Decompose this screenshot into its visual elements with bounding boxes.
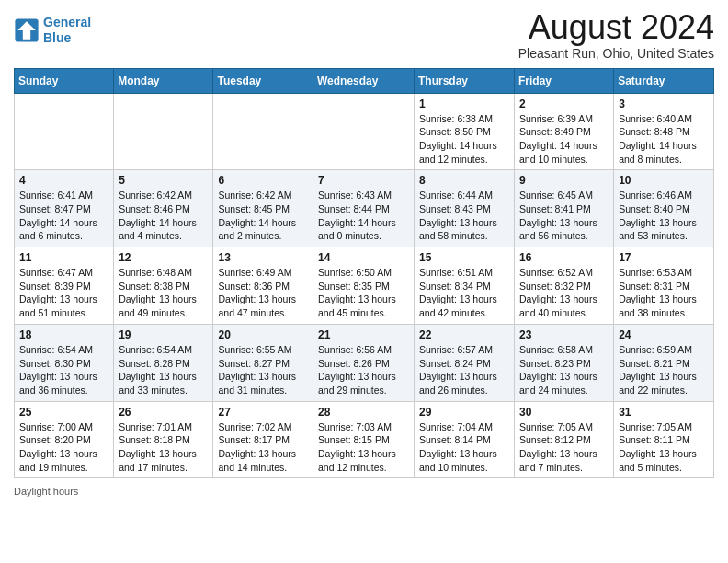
calendar-cell: 24Sunrise: 6:59 AM Sunset: 8:21 PM Dayli… <box>614 324 714 401</box>
day-number: 5 <box>119 174 208 187</box>
page-subtitle: Pleasant Run, Ohio, United States <box>518 46 714 61</box>
day-info: Sunrise: 6:40 AM Sunset: 8:48 PM Dayligh… <box>619 112 709 167</box>
calendar-cell: 18Sunrise: 6:54 AM Sunset: 8:30 PM Dayli… <box>15 324 114 401</box>
day-number: 27 <box>218 406 308 419</box>
day-number: 31 <box>619 406 709 419</box>
weekday-header: Sunday <box>15 68 114 93</box>
calendar-cell: 26Sunrise: 7:01 AM Sunset: 8:18 PM Dayli… <box>114 401 213 478</box>
calendar-cell: 1Sunrise: 6:38 AM Sunset: 8:50 PM Daylig… <box>415 93 515 170</box>
day-info: Sunrise: 6:48 AM Sunset: 8:38 PM Dayligh… <box>119 266 208 320</box>
calendar-cell: 25Sunrise: 7:00 AM Sunset: 8:20 PM Dayli… <box>15 401 114 478</box>
day-number: 8 <box>419 174 509 187</box>
calendar-cell: 28Sunrise: 7:03 AM Sunset: 8:15 PM Dayli… <box>313 401 415 478</box>
calendar-cell: 27Sunrise: 7:02 AM Sunset: 8:17 PM Dayli… <box>213 401 313 478</box>
calendar-cell: 21Sunrise: 6:56 AM Sunset: 8:26 PM Dayli… <box>313 324 415 401</box>
calendar-cell: 5Sunrise: 6:42 AM Sunset: 8:46 PM Daylig… <box>114 170 213 247</box>
day-number: 10 <box>619 174 709 187</box>
logo: General Blue <box>14 15 91 46</box>
day-number: 26 <box>119 406 208 419</box>
calendar-week-row: 18Sunrise: 6:54 AM Sunset: 8:30 PM Dayli… <box>15 324 714 401</box>
logo-text: General Blue <box>43 15 91 46</box>
day-info: Sunrise: 6:41 AM Sunset: 8:47 PM Dayligh… <box>19 189 108 243</box>
day-info: Sunrise: 6:57 AM Sunset: 8:24 PM Dayligh… <box>419 343 509 397</box>
day-info: Sunrise: 6:47 AM Sunset: 8:39 PM Dayligh… <box>19 266 108 320</box>
day-number: 14 <box>318 251 409 264</box>
day-number: 22 <box>419 328 509 341</box>
calendar-cell: 3Sunrise: 6:40 AM Sunset: 8:48 PM Daylig… <box>614 93 714 170</box>
day-info: Sunrise: 6:55 AM Sunset: 8:27 PM Dayligh… <box>218 343 308 397</box>
calendar-body: 1Sunrise: 6:38 AM Sunset: 8:50 PM Daylig… <box>15 93 714 478</box>
footer-note: Daylight hours <box>14 486 714 497</box>
weekday-header: Thursday <box>415 68 515 93</box>
day-number: 30 <box>519 406 609 419</box>
calendar-cell: 8Sunrise: 6:44 AM Sunset: 8:43 PM Daylig… <box>415 170 515 247</box>
day-number: 9 <box>519 174 609 187</box>
day-number: 28 <box>318 406 409 419</box>
day-info: Sunrise: 6:39 AM Sunset: 8:49 PM Dayligh… <box>519 112 609 167</box>
calendar-cell: 4Sunrise: 6:41 AM Sunset: 8:47 PM Daylig… <box>15 170 114 247</box>
calendar-cell: 9Sunrise: 6:45 AM Sunset: 8:41 PM Daylig… <box>515 170 614 247</box>
day-number: 7 <box>318 174 409 187</box>
weekday-header: Saturday <box>614 68 714 93</box>
calendar-cell: 19Sunrise: 6:54 AM Sunset: 8:28 PM Dayli… <box>114 324 213 401</box>
calendar-cell: 12Sunrise: 6:48 AM Sunset: 8:38 PM Dayli… <box>114 247 213 325</box>
calendar-cell: 14Sunrise: 6:50 AM Sunset: 8:35 PM Dayli… <box>313 247 415 325</box>
day-number: 17 <box>619 251 709 264</box>
calendar-cell <box>114 93 213 170</box>
page-header: General Blue August 2024 Pleasant Run, O… <box>14 9 714 61</box>
day-info: Sunrise: 6:50 AM Sunset: 8:35 PM Dayligh… <box>318 266 409 320</box>
day-number: 12 <box>119 251 208 264</box>
day-number: 23 <box>519 328 609 341</box>
day-info: Sunrise: 6:59 AM Sunset: 8:21 PM Dayligh… <box>619 343 709 397</box>
day-number: 18 <box>19 328 108 341</box>
calendar-cell <box>213 93 313 170</box>
calendar-cell: 22Sunrise: 6:57 AM Sunset: 8:24 PM Dayli… <box>415 324 515 401</box>
calendar-week-row: 25Sunrise: 7:00 AM Sunset: 8:20 PM Dayli… <box>15 401 714 478</box>
calendar-week-row: 1Sunrise: 6:38 AM Sunset: 8:50 PM Daylig… <box>15 93 714 170</box>
day-info: Sunrise: 6:51 AM Sunset: 8:34 PM Dayligh… <box>419 266 509 320</box>
day-number: 13 <box>218 251 308 264</box>
weekday-header: Tuesday <box>213 68 313 93</box>
page-title: August 2024 <box>518 9 714 46</box>
day-info: Sunrise: 6:43 AM Sunset: 8:44 PM Dayligh… <box>318 189 409 243</box>
calendar-cell: 6Sunrise: 6:42 AM Sunset: 8:45 PM Daylig… <box>213 170 313 247</box>
calendar-cell: 2Sunrise: 6:39 AM Sunset: 8:49 PM Daylig… <box>515 93 614 170</box>
day-number: 4 <box>19 174 108 187</box>
day-info: Sunrise: 7:05 AM Sunset: 8:11 PM Dayligh… <box>619 420 709 475</box>
calendar-cell: 16Sunrise: 6:52 AM Sunset: 8:32 PM Dayli… <box>515 247 614 325</box>
calendar-cell: 15Sunrise: 6:51 AM Sunset: 8:34 PM Dayli… <box>415 247 515 325</box>
day-info: Sunrise: 7:02 AM Sunset: 8:17 PM Dayligh… <box>218 420 308 475</box>
day-info: Sunrise: 6:38 AM Sunset: 8:50 PM Dayligh… <box>419 112 509 167</box>
weekday-header: Wednesday <box>313 68 415 93</box>
calendar-week-row: 11Sunrise: 6:47 AM Sunset: 8:39 PM Dayli… <box>15 247 714 325</box>
day-info: Sunrise: 6:56 AM Sunset: 8:26 PM Dayligh… <box>318 343 409 397</box>
day-info: Sunrise: 6:52 AM Sunset: 8:32 PM Dayligh… <box>519 266 609 320</box>
day-info: Sunrise: 6:54 AM Sunset: 8:30 PM Dayligh… <box>19 343 108 397</box>
logo-icon <box>14 17 40 43</box>
day-number: 21 <box>318 328 409 341</box>
day-number: 16 <box>519 251 609 264</box>
calendar-header: SundayMondayTuesdayWednesdayThursdayFrid… <box>15 68 714 93</box>
calendar-cell: 29Sunrise: 7:04 AM Sunset: 8:14 PM Dayli… <box>415 401 515 478</box>
day-info: Sunrise: 6:49 AM Sunset: 8:36 PM Dayligh… <box>218 266 308 320</box>
day-number: 6 <box>218 174 308 187</box>
day-number: 29 <box>419 406 509 419</box>
title-area: August 2024 Pleasant Run, Ohio, United S… <box>518 9 714 61</box>
day-info: Sunrise: 7:03 AM Sunset: 8:15 PM Dayligh… <box>318 420 409 475</box>
day-info: Sunrise: 6:42 AM Sunset: 8:46 PM Dayligh… <box>119 189 208 243</box>
day-number: 2 <box>519 98 609 110</box>
calendar-cell: 7Sunrise: 6:43 AM Sunset: 8:44 PM Daylig… <box>313 170 415 247</box>
day-info: Sunrise: 6:54 AM Sunset: 8:28 PM Dayligh… <box>119 343 208 397</box>
day-info: Sunrise: 6:53 AM Sunset: 8:31 PM Dayligh… <box>619 266 709 320</box>
calendar-cell: 17Sunrise: 6:53 AM Sunset: 8:31 PM Dayli… <box>614 247 714 325</box>
day-number: 1 <box>419 98 509 110</box>
day-number: 24 <box>619 328 709 341</box>
calendar-cell <box>313 93 415 170</box>
day-info: Sunrise: 7:01 AM Sunset: 8:18 PM Dayligh… <box>119 420 208 475</box>
day-info: Sunrise: 6:58 AM Sunset: 8:23 PM Dayligh… <box>519 343 609 397</box>
calendar-cell <box>15 93 114 170</box>
calendar-table: SundayMondayTuesdayWednesdayThursdayFrid… <box>14 68 714 479</box>
day-number: 20 <box>218 328 308 341</box>
day-info: Sunrise: 6:46 AM Sunset: 8:40 PM Dayligh… <box>619 189 709 243</box>
day-number: 19 <box>119 328 208 341</box>
